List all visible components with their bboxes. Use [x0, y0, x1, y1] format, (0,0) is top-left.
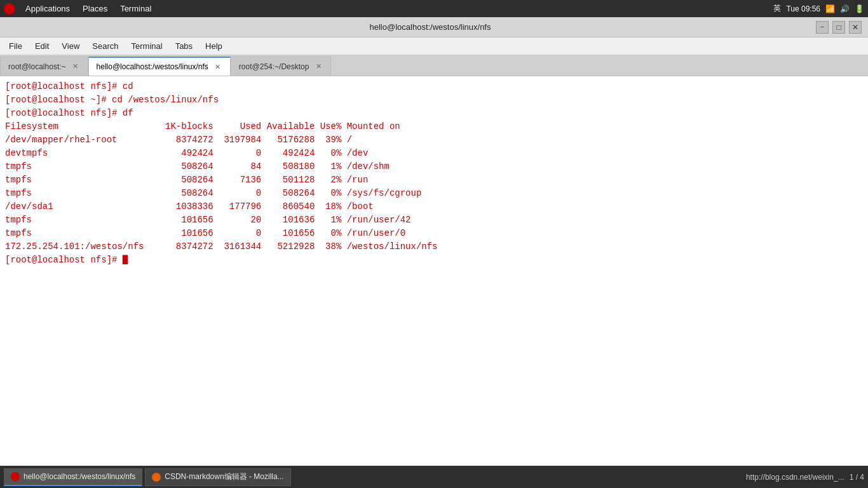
terminal-window: hello@localhost:/westos/linux/nfs － □ ✕ …: [0, 17, 868, 488]
sound-icon: 🔊: [840, 4, 850, 13]
menu-view[interactable]: View: [55, 39, 86, 53]
tab-2[interactable]: hello@localhost:/westos/linux/nfs ✕: [88, 57, 231, 76]
datetime-display: Tue 09:56: [786, 4, 820, 13]
tab-1-label: root@localhost:~: [8, 62, 66, 71]
menu-file[interactable]: File: [3, 39, 29, 53]
taskbar-terminal-label: hello@localhost:/westos/linux/nfs: [24, 472, 135, 481]
taskbar-firefox[interactable]: CSDN-markdown编辑器 - Mozilla...: [145, 468, 290, 486]
taskbar-right: http://blog.csdn.net/weixin_... 1 / 4: [746, 473, 864, 482]
tab-2-close[interactable]: ✕: [214, 62, 222, 71]
power-icon: 🔋: [855, 4, 864, 13]
taskbar-left: hello@localhost:/westos/linux/nfs CSDN-m…: [4, 468, 291, 486]
taskbar-firefox-label: CSDN-markdown编辑器 - Mozilla...: [165, 471, 283, 482]
terminal-content[interactable]: [root@localhost nfs]# cd [root@localhost…: [0, 76, 868, 488]
close-button[interactable]: ✕: [849, 21, 862, 34]
places-menu[interactable]: Places: [78, 3, 112, 15]
window-controls: － □ ✕: [816, 21, 862, 34]
minimize-button[interactable]: －: [816, 21, 829, 34]
menu-bar: File Edit View Search Terminal Tabs Help: [0, 37, 868, 55]
menu-terminal[interactable]: Terminal: [125, 39, 169, 53]
window-title: hello@localhost:/westos/linux/nfs: [370, 22, 491, 32]
tab-1[interactable]: root@localhost:~ ✕: [0, 57, 88, 76]
system-bar-left: Applications Places Terminal: [4, 3, 156, 15]
taskbar-terminal[interactable]: hello@localhost:/westos/linux/nfs: [4, 468, 142, 486]
system-bar: Applications Places Terminal 英 Tue 09:56…: [0, 0, 868, 17]
title-bar: hello@localhost:/westos/linux/nfs － □ ✕: [0, 17, 868, 37]
tab-bar: root@localhost:~ ✕ hello@localhost:/west…: [0, 55, 868, 76]
applications-menu[interactable]: Applications: [20, 3, 75, 15]
maximize-button[interactable]: □: [832, 21, 845, 34]
tab-2-label: hello@localhost:/westos/linux/nfs: [97, 62, 208, 71]
wifi-icon: 📶: [825, 4, 835, 13]
system-bar-right: 英 Tue 09:56 📶 🔊 🔋: [773, 3, 864, 14]
menu-search[interactable]: Search: [86, 39, 125, 53]
tab-1-close[interactable]: ✕: [71, 62, 80, 71]
menu-help[interactable]: Help: [199, 39, 229, 53]
tab-3[interactable]: root@254:~/Desktop ✕: [231, 57, 332, 76]
menu-edit[interactable]: Edit: [29, 39, 55, 53]
url-display: http://blog.csdn.net/weixin_...: [746, 473, 844, 482]
terminal-icon: [11, 472, 20, 481]
os-icon: [4, 3, 15, 15]
language-indicator[interactable]: 英: [773, 3, 781, 14]
firefox-icon: [152, 473, 161, 482]
menu-tabs[interactable]: Tabs: [169, 39, 199, 53]
terminal-menu[interactable]: Terminal: [115, 3, 156, 15]
taskbar: hello@localhost:/westos/linux/nfs CSDN-m…: [0, 466, 868, 488]
page-indicator: 1 / 4: [850, 473, 864, 482]
tab-3-close[interactable]: ✕: [314, 62, 323, 71]
tab-3-label: root@254:~/Desktop: [239, 62, 309, 71]
